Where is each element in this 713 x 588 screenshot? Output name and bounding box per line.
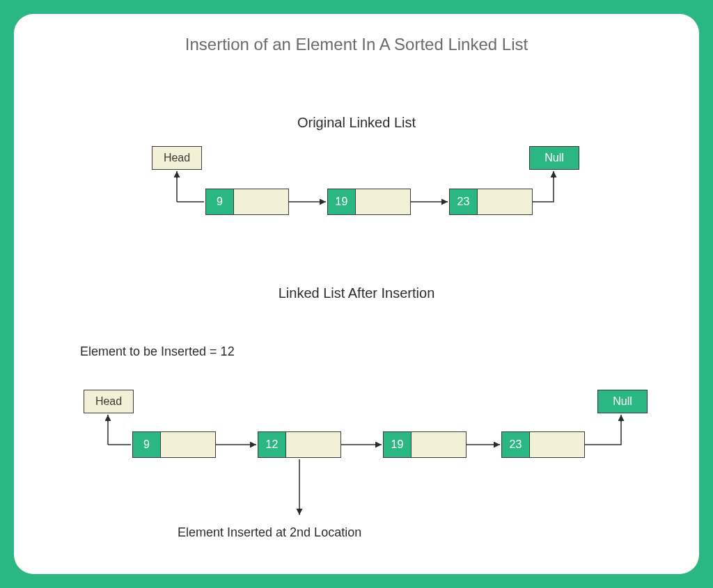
null-label-1: Null <box>529 146 579 170</box>
node-1-2: 23 <box>449 189 533 215</box>
node-1-0: 9 <box>205 189 289 215</box>
node-value: 23 <box>450 189 478 214</box>
node-value: 9 <box>206 189 234 214</box>
original-heading: Original Linked List <box>14 115 699 131</box>
head-label-2: Head <box>84 390 134 413</box>
node-value: 23 <box>502 432 530 457</box>
node-2-0: 9 <box>132 431 216 458</box>
node-pointer <box>234 189 288 214</box>
after-heading: Linked List After Insertion <box>14 285 699 301</box>
head-label-1: Head <box>152 146 202 170</box>
main-title: Insertion of an Element In A Sorted Link… <box>14 35 699 54</box>
node-pointer <box>356 189 410 214</box>
diagram-panel: Insertion of an Element In A Sorted Link… <box>14 14 699 574</box>
node-2-2: 19 <box>383 431 467 458</box>
caption: Element Inserted at 2nd Location <box>178 525 361 540</box>
insert-text: Element to be Inserted = 12 <box>80 344 235 359</box>
node-value: 9 <box>133 432 161 457</box>
node-2-1: 12 <box>258 431 341 458</box>
node-pointer <box>286 432 340 457</box>
node-pointer <box>478 189 532 214</box>
node-2-3: 23 <box>501 431 585 458</box>
node-value: 19 <box>328 189 356 214</box>
null-label-2: Null <box>597 390 648 413</box>
node-value: 19 <box>384 432 412 457</box>
node-pointer <box>412 432 466 457</box>
node-pointer <box>161 432 215 457</box>
node-pointer <box>530 432 584 457</box>
node-value: 12 <box>258 432 286 457</box>
node-1-1: 19 <box>327 189 411 215</box>
